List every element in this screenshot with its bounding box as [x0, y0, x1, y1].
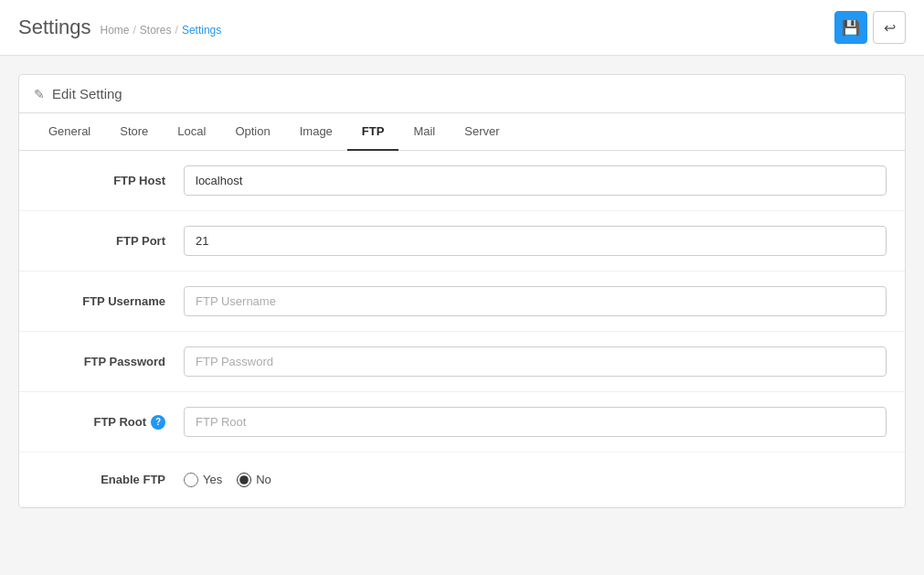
pencil-icon: ✎ — [34, 87, 45, 101]
back-icon: ↩ — [884, 19, 896, 37]
enable-ftp-field: Yes No — [184, 473, 887, 487]
tab-ftp[interactable]: FTP — [347, 113, 399, 151]
ftp-root-row: FTP Root ? — [19, 392, 905, 453]
ftp-root-help-icon[interactable]: ? — [151, 415, 165, 430]
ftp-username-row: FTP Username — [19, 272, 905, 332]
tab-image[interactable]: Image — [285, 113, 347, 151]
ftp-port-label: FTP Port — [37, 234, 184, 248]
tab-mail[interactable]: Mail — [398, 113, 450, 151]
enable-ftp-no-radio[interactable] — [237, 473, 251, 487]
ftp-root-input[interactable] — [184, 407, 887, 437]
ftp-password-field — [184, 346, 887, 377]
main-content: ✎ Edit Setting General Store Local Optio… — [0, 56, 924, 527]
tab-store[interactable]: Store — [105, 113, 163, 151]
ftp-port-field — [184, 226, 887, 256]
tab-local[interactable]: Local — [163, 113, 220, 151]
breadcrumb-stores[interactable]: Stores — [140, 24, 172, 37]
enable-ftp-row: Enable FTP Yes No — [19, 453, 905, 507]
ftp-host-field — [184, 165, 887, 196]
ftp-host-row: FTP Host — [19, 151, 905, 211]
save-button[interactable]: 💾 — [834, 11, 867, 44]
breadcrumb-sep-1: / — [133, 24, 136, 37]
ftp-password-label: FTP Password — [37, 355, 184, 368]
ftp-form: FTP Host FTP Port FTP Username FTP Passw… — [19, 151, 905, 507]
page-title: Settings — [18, 16, 91, 39]
breadcrumb-current: Settings — [182, 24, 221, 37]
enable-ftp-yes-radio[interactable] — [184, 473, 198, 487]
tabs-bar: General Store Local Option Image FTP Mai… — [19, 113, 905, 151]
ftp-password-row: FTP Password — [19, 332, 905, 392]
ftp-host-label: FTP Host — [37, 174, 184, 187]
tab-option[interactable]: Option — [220, 113, 284, 151]
breadcrumb-sep-2: / — [175, 24, 178, 37]
card-header: ✎ Edit Setting — [19, 75, 905, 113]
save-icon: 💾 — [842, 19, 860, 37]
top-bar-left: Settings Home / Stores / Settings — [18, 16, 221, 39]
back-button[interactable]: ↩ — [873, 11, 906, 44]
enable-ftp-radio-group: Yes No — [184, 473, 887, 487]
breadcrumb: Home / Stores / Settings — [101, 24, 222, 37]
enable-ftp-label: Enable FTP — [37, 473, 184, 486]
enable-ftp-yes-label[interactable]: Yes — [184, 473, 222, 487]
ftp-port-row: FTP Port — [19, 211, 905, 272]
ftp-port-input[interactable] — [184, 226, 887, 256]
breadcrumb-home[interactable]: Home — [101, 24, 130, 37]
top-bar-actions: 💾 ↩ — [834, 11, 906, 44]
ftp-root-field — [184, 407, 887, 437]
top-bar: Settings Home / Stores / Settings 💾 ↩ — [0, 0, 924, 56]
ftp-root-label: FTP Root ? — [37, 415, 184, 430]
ftp-password-input[interactable] — [184, 346, 887, 377]
settings-card: ✎ Edit Setting General Store Local Optio… — [18, 74, 906, 508]
enable-ftp-no-label[interactable]: No — [237, 473, 271, 487]
tab-general[interactable]: General — [34, 113, 105, 151]
ftp-username-input[interactable] — [184, 286, 887, 316]
card-header-label: Edit Setting — [52, 86, 122, 101]
ftp-username-field — [184, 286, 887, 316]
tab-server[interactable]: Server — [450, 113, 514, 151]
ftp-username-label: FTP Username — [37, 294, 184, 308]
ftp-host-input[interactable] — [184, 165, 887, 196]
